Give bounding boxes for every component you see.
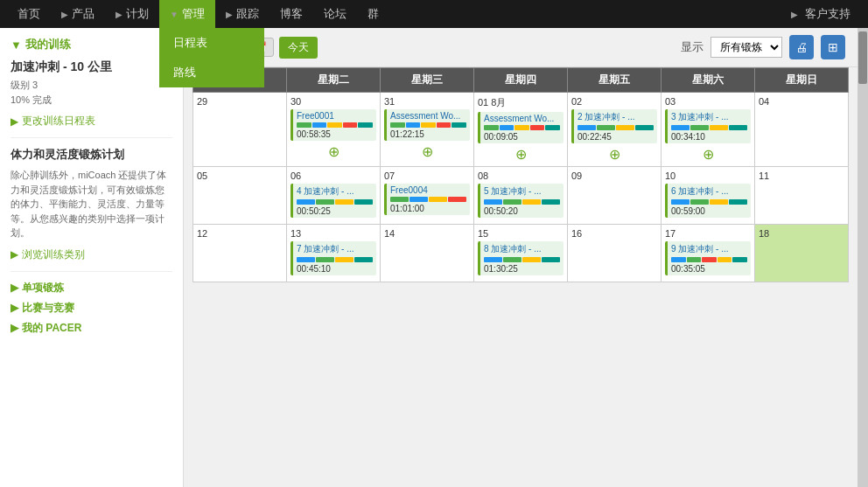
arrow-icon: ▶ bbox=[791, 10, 798, 19]
sidebar-workout-progress: 10% 完成 bbox=[10, 94, 172, 107]
day-number: 12 bbox=[197, 228, 283, 239]
calendar-day[interactable]: 09 bbox=[568, 167, 662, 225]
bar-segment bbox=[522, 199, 541, 205]
calendar-day[interactable]: 022 加速冲刺 - ...00:22:45⊕ bbox=[568, 93, 662, 167]
workout-card[interactable]: 5 加速冲刺 - ...00:50:20 bbox=[478, 184, 564, 218]
calendar-day[interactable]: 16 bbox=[568, 225, 662, 282]
bar-segment bbox=[390, 197, 409, 202]
add-circle-icon[interactable]: ⊕ bbox=[478, 146, 564, 163]
calendar-header-row: 星期一 星期二 星期三 星期四 星期五 星期六 星期日 bbox=[193, 68, 849, 93]
nav-plan[interactable]: ▶ 计划 bbox=[105, 0, 159, 28]
calendar-day[interactable]: 106 加速冲刺 - ...00:59:00 bbox=[662, 167, 755, 225]
workout-bars bbox=[297, 257, 373, 262]
calendar-day[interactable]: 064 加速冲刺 - ...00:50:25 bbox=[287, 167, 381, 225]
bar-segment bbox=[578, 125, 596, 130]
bar-segment bbox=[327, 122, 342, 128]
bar-segment bbox=[343, 122, 358, 128]
bar-segment bbox=[354, 257, 373, 262]
calendar-grid: 星期一 星期二 星期三 星期四 星期五 星期六 星期日 2930Free0001… bbox=[192, 67, 849, 282]
bar-segment bbox=[421, 122, 436, 128]
day-number: 30 bbox=[290, 96, 376, 107]
dd-route[interactable]: 路线 bbox=[159, 58, 264, 87]
nav-track[interactable]: ▶ 跟踪 bbox=[215, 0, 270, 28]
weekday-sun: 星期日 bbox=[755, 68, 849, 93]
add-circle-icon[interactable]: ⊕ bbox=[571, 146, 657, 163]
workout-card[interactable]: 9 加速冲刺 - ...00:35:05 bbox=[665, 241, 751, 275]
calendar-day[interactable]: 05 bbox=[193, 167, 287, 225]
bar-segment bbox=[452, 122, 466, 128]
nav-forum[interactable]: 论坛 bbox=[313, 0, 357, 28]
workout-card[interactable]: Free000100:58:35 bbox=[290, 109, 376, 141]
nav-support[interactable]: ▶ 客户支持 bbox=[780, 6, 861, 22]
nav-blog[interactable]: 博客 bbox=[270, 0, 313, 28]
dd-schedule[interactable]: 日程表 bbox=[159, 28, 264, 58]
scroll-thumb[interactable] bbox=[858, 31, 867, 84]
display-select[interactable]: 所有锻炼 计划锻炼 自由锻炼 bbox=[710, 37, 782, 58]
calendar-day[interactable]: 04 bbox=[755, 93, 849, 167]
workout-time: 00:35:05 bbox=[671, 264, 747, 274]
sidebar-race-link[interactable]: ▶ 比赛与竞赛 bbox=[10, 301, 172, 316]
arrow-icon: ▶ bbox=[61, 10, 68, 19]
bar-segment bbox=[316, 199, 334, 205]
workout-card[interactable]: Free000401:01:00 bbox=[384, 184, 470, 215]
add-circle-icon[interactable]: ⊕ bbox=[384, 143, 470, 160]
nav-manage[interactable]: ▼ 管理 bbox=[159, 0, 215, 28]
today-btn[interactable]: 今天 bbox=[279, 37, 318, 59]
workout-card[interactable]: 3 加速冲刺 - ...00:34:10 bbox=[665, 109, 751, 143]
weekday-sat: 星期六 bbox=[662, 68, 755, 93]
print-btn[interactable]: 🖨 bbox=[789, 35, 814, 59]
calendar-day[interactable]: 033 加速冲刺 - ...00:34:10⊕ bbox=[662, 93, 755, 167]
workout-card-title: Free0004 bbox=[390, 185, 466, 195]
workout-bars bbox=[297, 199, 373, 205]
top-nav: 首页 ▶ 产品 ▶ 计划 ▼ 管理 日程表 路线 ▶ 跟踪 博客 论坛 群 ▶ … bbox=[0, 0, 868, 28]
bar-segment bbox=[437, 122, 452, 128]
workout-card[interactable]: 4 加速冲刺 - ...00:50:25 bbox=[290, 184, 376, 218]
calendar-day[interactable]: 07Free000401:01:00 bbox=[381, 167, 474, 225]
calendar-day[interactable]: 158 加速冲刺 - ...01:30:25 bbox=[474, 225, 568, 282]
bar-segment bbox=[354, 199, 373, 205]
calendar-day[interactable]: 137 加速冲刺 - ...00:45:10 bbox=[287, 225, 381, 282]
bar-segment bbox=[484, 125, 499, 130]
day-number: 14 bbox=[384, 228, 470, 239]
workout-card-title: 8 加速冲刺 - ... bbox=[484, 243, 560, 255]
workout-card[interactable]: 2 加速冲刺 - ...00:22:45 bbox=[571, 109, 657, 143]
scrollbar[interactable] bbox=[858, 28, 868, 487]
add-circle-icon[interactable]: ⊕ bbox=[665, 146, 751, 163]
workout-time: 00:50:25 bbox=[297, 206, 373, 216]
sidebar-single-link[interactable]: ▶ 单项锻炼 bbox=[10, 281, 172, 296]
nav-group[interactable]: 群 bbox=[357, 0, 389, 28]
calendar-day[interactable]: 31Assessment Wo...01:22:15⊕ bbox=[381, 93, 474, 167]
calendar-body: 2930Free000100:58:35⊕31Assessment Wo...0… bbox=[193, 93, 849, 282]
workout-bars bbox=[297, 122, 373, 128]
add-circle-icon[interactable]: ⊕ bbox=[290, 143, 376, 160]
workout-card[interactable]: 7 加速冲刺 - ...00:45:10 bbox=[290, 241, 376, 275]
day-number: 03 bbox=[665, 96, 751, 107]
sidebar-my-training-title: ▼ 我的训练 bbox=[10, 37, 172, 52]
calendar-day[interactable]: 11 bbox=[755, 167, 849, 225]
workout-bars bbox=[484, 125, 560, 130]
calendar-day[interactable]: 29 bbox=[193, 93, 287, 167]
bar-segment bbox=[671, 125, 690, 130]
table-view-btn[interactable]: ⊞ bbox=[821, 35, 845, 59]
day-number: 29 bbox=[197, 96, 283, 107]
workout-card[interactable]: 6 加速冲刺 - ...00:59:00 bbox=[665, 184, 751, 218]
sidebar-browse-link[interactable]: ▶ 浏览训练类别 bbox=[10, 247, 172, 262]
sidebar-pacer-link[interactable]: ▶ 我的 PACER bbox=[10, 321, 172, 336]
calendar-week-row: 12137 加速冲刺 - ...00:45:1014158 加速冲刺 - ...… bbox=[193, 225, 849, 282]
sidebar-change-schedule-link[interactable]: ▶ 更改训练日程表 bbox=[10, 114, 172, 129]
calendar-day[interactable]: 14 bbox=[381, 225, 474, 282]
nav-home[interactable]: 首页 bbox=[7, 0, 51, 28]
workout-card[interactable]: Assessment Wo...00:09:05 bbox=[478, 112, 564, 143]
calendar-day[interactable]: 12 bbox=[193, 225, 287, 282]
calendar-day[interactable]: 01 8月Assessment Wo...00:09:05⊕ bbox=[474, 93, 568, 167]
calendar-day[interactable]: 18 bbox=[755, 225, 849, 282]
nav-products[interactable]: ▶ 产品 bbox=[51, 0, 105, 28]
workout-card[interactable]: Assessment Wo...01:22:15 bbox=[384, 109, 470, 141]
bar-segment bbox=[390, 122, 405, 128]
workout-time: 00:45:10 bbox=[297, 264, 373, 274]
calendar-day[interactable]: 179 加速冲刺 - ...00:35:05 bbox=[662, 225, 755, 282]
workout-card-title: 4 加速冲刺 - ... bbox=[297, 185, 373, 198]
calendar-day[interactable]: 30Free000100:58:35⊕ bbox=[287, 93, 381, 167]
workout-card[interactable]: 8 加速冲刺 - ...01:30:25 bbox=[478, 241, 564, 275]
calendar-day[interactable]: 085 加速冲刺 - ...00:50:20 bbox=[474, 167, 568, 225]
